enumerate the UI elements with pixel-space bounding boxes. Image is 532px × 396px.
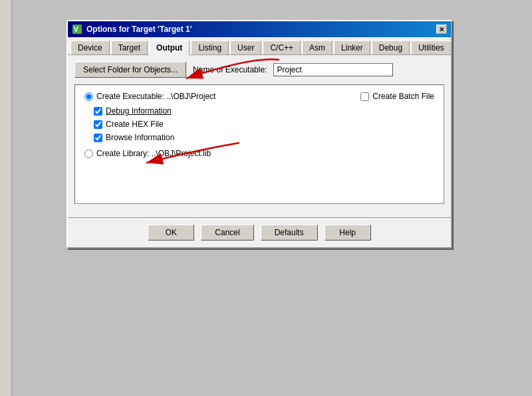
tab-debug[interactable]: Debug [372,41,410,55]
create-library-label: Create Library: ..\OBJ\Project.lib [96,149,211,158]
svg-text:V: V [74,26,78,33]
create-hex-checkbox[interactable] [94,120,102,129]
create-executable-label: Create Executable: ..\OBJ\Project [96,92,215,101]
tab-device[interactable]: Device [70,41,110,55]
cancel-button[interactable]: Cancel [201,225,253,241]
browse-information-checkbox[interactable] [94,134,102,142]
create-library-radio[interactable] [84,149,93,158]
output-options-box: Create Executable: ..\OBJ\Project Debug … [74,84,444,204]
create-executable-radio[interactable] [84,92,93,101]
name-executable-label: Name of Executable: [193,65,267,74]
close-button[interactable]: ✕ [436,25,447,34]
title-bar-icon: V [72,24,82,35]
tab-utilities[interactable]: Utilities [411,41,452,55]
browse-information-label: Browse Information [106,133,174,142]
select-folder-button[interactable]: Select Folder for Objects... [74,62,186,78]
debug-information-checkbox[interactable] [94,107,102,116]
tab-output[interactable]: Output [149,41,190,55]
tab-cpp[interactable]: C/C++ [263,41,301,55]
ok-button[interactable]: OK [148,225,194,241]
tab-listing[interactable]: Listing [191,41,229,55]
create-batch-file-checkbox[interactable] [360,92,369,101]
tab-asm[interactable]: Asm [302,41,332,55]
tab-bar: Device Target Output Listing User C/C++ … [68,37,451,55]
help-button[interactable]: Help [325,225,371,241]
create-batch-file-section: Create Batch File [360,92,434,101]
window-title: Options for Target 'Target 1' [86,25,192,34]
create-batch-file-label: Create Batch File [372,92,434,101]
defaults-button[interactable]: Defaults [261,225,318,241]
create-hex-label: Create HEX File [106,120,164,129]
bottom-bar: OK Cancel Defaults Help [68,217,451,247]
debug-information-label: Debug Information [106,106,172,116]
title-bar: V Options for Target 'Target 1' ✕ [68,21,451,37]
tab-linker[interactable]: Linker [334,41,370,55]
tab-user[interactable]: User [230,41,261,55]
tab-target[interactable]: Target [111,41,148,55]
name-executable-input[interactable] [273,63,393,76]
